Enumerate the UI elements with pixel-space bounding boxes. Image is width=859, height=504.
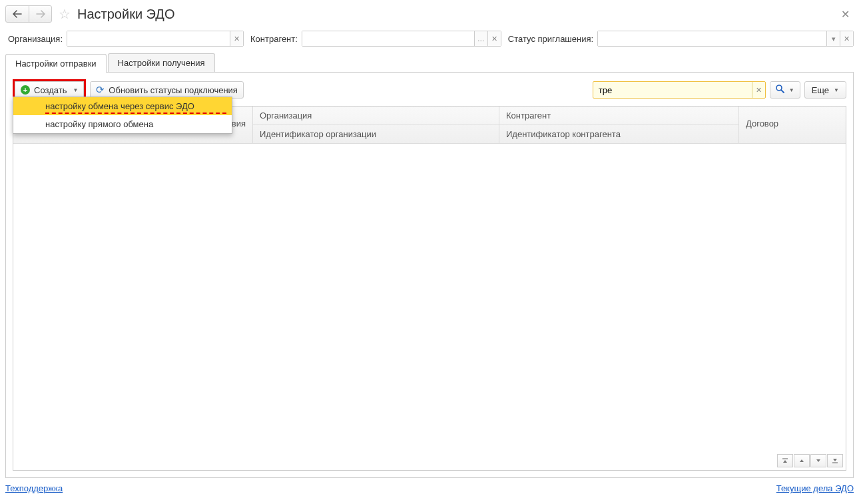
plus-icon: + (21, 85, 30, 95)
org-clear-button[interactable]: ✕ (230, 31, 243, 46)
support-link[interactable]: Техподдержка (5, 483, 63, 493)
create-dropdown-menu: настройку обмена через сервис ЭДО настро… (13, 97, 232, 134)
search-clear-button[interactable]: ✕ (752, 82, 765, 98)
close-button[interactable]: ✕ (837, 8, 854, 21)
menu-item-direct-exchange[interactable]: настройку прямого обмена (13, 115, 232, 133)
grid-col-contract[interactable]: Договор (739, 107, 846, 143)
grid-scroll-buttons (777, 454, 843, 467)
page-title: Настройки ЭДО (77, 7, 174, 22)
status-label: Статус приглашения: (508, 34, 593, 44)
contr-clear-button[interactable]: ✕ (487, 31, 501, 46)
contr-label: Контрагент: (250, 34, 298, 44)
grid-col-contract-label: Договор (739, 107, 846, 140)
refresh-icon: ⟳ (96, 84, 105, 96)
contr-select-button[interactable]: … (474, 31, 487, 46)
search-button[interactable]: ▼ (770, 81, 800, 99)
more-button-label: Еще (812, 85, 829, 95)
grid-body[interactable] (13, 144, 846, 470)
scroll-down-button[interactable] (810, 454, 826, 467)
tabs-header: Настройки отправки Настройки получения (5, 53, 854, 73)
current-edo-link[interactable]: Текущие дела ЭДО (776, 483, 854, 493)
org-input[interactable] (67, 31, 230, 46)
refresh-button-label: Обновить статусы подключения (109, 85, 238, 95)
scroll-top-button[interactable] (777, 454, 793, 467)
contr-input[interactable] (302, 31, 474, 46)
footer-links: Техподдержка Текущие дела ЭДО (5, 483, 854, 493)
chevron-down-icon: ▼ (73, 87, 78, 93)
status-input[interactable] (598, 31, 826, 46)
status-input-group: ▾ ✕ (597, 31, 854, 47)
tab-send-settings[interactable]: Настройки отправки (5, 54, 107, 73)
menu-item-edo-service[interactable]: настройку обмена через сервис ЭДО (13, 97, 232, 115)
nav-buttons (5, 5, 52, 23)
search-box: ✕ (593, 81, 766, 99)
contr-input-group: … ✕ (302, 31, 501, 47)
grid-col-contr-id-label: Идентификатор контрагента (499, 125, 738, 143)
scroll-bottom-button[interactable] (827, 454, 843, 467)
favorite-star-icon[interactable]: ☆ (59, 6, 71, 22)
tab-panel: + Создать ▼ ⟳ Обновить статусы подключен… (5, 73, 854, 478)
more-button[interactable]: Еще ▼ (804, 81, 846, 99)
org-label: Организация: (8, 34, 63, 44)
scroll-up-button[interactable] (794, 454, 810, 467)
grid-col-contragent[interactable]: Контрагент Идентификатор контрагента (499, 107, 739, 143)
grid-col-organization[interactable]: Организация Идентификатор организации (253, 107, 499, 143)
grid-col-contr-label: Контрагент (499, 107, 738, 125)
toolbar: + Создать ▼ ⟳ Обновить статусы подключен… (13, 79, 846, 101)
search-icon (776, 85, 784, 95)
grid-col-org-id-label: Идентификатор организации (253, 125, 499, 143)
svg-line-1 (781, 90, 784, 93)
forward-button (29, 6, 51, 22)
grid-col-org-label: Организация (253, 107, 499, 125)
create-button-label: Создать (34, 85, 67, 95)
tab-receive-settings[interactable]: Настройки получения (108, 53, 215, 72)
data-grid: вия Организация Идентификатор организаци… (13, 106, 846, 471)
status-dropdown-button[interactable]: ▾ (826, 31, 840, 46)
search-input[interactable] (593, 82, 752, 98)
org-input-group: ✕ (67, 31, 244, 47)
back-button[interactable] (6, 6, 29, 22)
chevron-down-icon: ▼ (834, 87, 839, 93)
status-clear-button[interactable]: ✕ (840, 31, 853, 46)
chevron-down-icon: ▼ (789, 87, 794, 93)
